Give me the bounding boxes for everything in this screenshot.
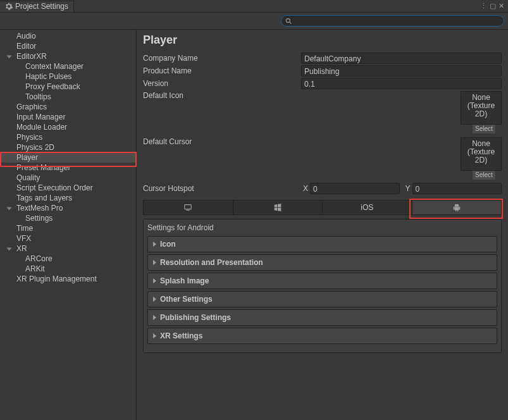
foldout-splash-image[interactable]: Splash Image — [147, 273, 497, 289]
search-field[interactable] — [292, 16, 500, 25]
sidebar-item-arcore[interactable]: ARCore — [0, 254, 136, 264]
monitor-icon — [183, 203, 192, 212]
cursor-hotspot-label: Cursor Hotspot — [143, 184, 301, 193]
default-cursor-label: Default Cursor — [143, 137, 301, 146]
content-panel: Player ? Company Name DefaultCompany Pro… — [137, 30, 508, 420]
hotspot-y-field[interactable]: 0 — [412, 183, 502, 194]
foldout-icon[interactable]: Icon — [147, 236, 497, 252]
sidebar-item-physics[interactable]: Physics — [0, 132, 136, 142]
sidebar-item-context-manager[interactable]: Context Manager — [0, 61, 136, 71]
version-label: Version — [143, 79, 301, 88]
platform-tabs: iOS — [143, 200, 502, 215]
settings-panel-title: Settings for Android — [147, 222, 497, 236]
default-cursor-select-button[interactable]: Select — [473, 171, 495, 180]
gear-icon — [5, 3, 13, 10]
sidebar-item-time[interactable]: Time — [0, 223, 136, 233]
sidebar: AudioEditorEditorXRContext ManagerHaptic… — [0, 30, 137, 420]
hotspot-x-label: X — [301, 184, 310, 193]
sidebar-item-vfx[interactable]: VFX — [0, 233, 136, 244]
company-name-label: Company Name — [143, 54, 301, 63]
sidebar-item-script-execution-order[interactable]: Script Execution Order — [0, 183, 136, 193]
product-name-label: Product Name — [143, 66, 301, 75]
sidebar-item-tooltips[interactable]: Tooltips — [0, 92, 136, 102]
window-title: Project Settings — [15, 2, 68, 11]
sidebar-item-quality[interactable]: Quality — [0, 173, 136, 183]
sidebar-item-player[interactable]: Player — [0, 152, 136, 163]
searchbar-row — [0, 13, 508, 30]
windows-icon — [273, 203, 282, 212]
default-icon-slot[interactable]: None (Texture 2D) — [461, 91, 502, 125]
version-field[interactable]: 0.1 — [301, 78, 502, 89]
sidebar-item-tags-and-layers[interactable]: Tags and Layers — [0, 193, 136, 203]
foldout-resolution-and-presentation[interactable]: Resolution and Presentation — [147, 254, 497, 271]
sidebar-item-xr[interactable]: XR — [0, 244, 136, 254]
maximize-icon[interactable]: ▢ — [490, 2, 496, 10]
foldout-xr-settings[interactable]: XR Settings — [147, 328, 497, 344]
sidebar-item-arkit[interactable]: ARKit — [0, 264, 136, 274]
sidebar-item-graphics[interactable]: Graphics — [0, 102, 136, 112]
sidebar-item-physics-2d[interactable]: Physics 2D — [0, 142, 136, 152]
platform-tab-standalone[interactable] — [144, 201, 233, 214]
platform-tab-ios[interactable]: iOS — [323, 201, 412, 214]
sidebar-item-input-manager[interactable]: Input Manager — [0, 112, 136, 122]
company-name-field[interactable]: DefaultCompany — [301, 52, 502, 64]
close-icon[interactable]: ✕ — [499, 2, 504, 10]
svg-line-1 — [290, 22, 292, 23]
sidebar-item-settings[interactable]: Settings — [0, 213, 136, 223]
hotspot-x-field[interactable]: 0 — [310, 183, 400, 194]
more-icon[interactable]: ⋮ — [480, 2, 487, 10]
foldout-other-settings[interactable]: Other Settings — [147, 291, 497, 307]
sidebar-item-haptic-pulses[interactable]: Haptic Pulses — [0, 71, 136, 82]
default-cursor-slot[interactable]: None (Texture 2D) — [461, 137, 502, 171]
foldout-publishing-settings[interactable]: Publishing Settings — [147, 309, 497, 326]
sidebar-item-textmesh-pro[interactable]: TextMesh Pro — [0, 203, 136, 213]
sidebar-item-audio[interactable]: Audio — [0, 31, 136, 41]
window-tab[interactable]: Project Settings — [0, 1, 74, 12]
sidebar-item-preset-manager[interactable]: Preset Manager — [0, 163, 136, 173]
hotspot-y-label: Y — [404, 184, 412, 193]
platform-tab-windows[interactable] — [233, 201, 323, 214]
search-icon — [285, 18, 292, 25]
sidebar-item-xr-plugin-management[interactable]: XR Plugin Management — [0, 274, 136, 284]
search-input[interactable] — [281, 15, 504, 27]
sidebar-item-editor[interactable]: Editor — [0, 41, 136, 51]
default-icon-label: Default Icon — [143, 91, 301, 100]
svg-point-0 — [286, 18, 290, 22]
sidebar-item-proxy-feedback[interactable]: Proxy Feedback — [0, 82, 136, 92]
sidebar-item-module-loader[interactable]: Module Loader — [0, 122, 136, 132]
product-name-field[interactable]: Publishing — [301, 65, 502, 77]
platform-tab-android[interactable] — [412, 201, 502, 214]
page-title: Player — [143, 34, 494, 47]
android-icon — [452, 203, 461, 212]
android-settings-panel: Settings for Android IconResolution and … — [143, 219, 502, 353]
titlebar: Project Settings ⋮ ▢ ✕ — [0, 0, 508, 13]
svg-rect-8 — [185, 205, 192, 209]
default-icon-select-button[interactable]: Select — [473, 125, 495, 133]
sidebar-item-editorxr[interactable]: EditorXR — [0, 51, 136, 61]
